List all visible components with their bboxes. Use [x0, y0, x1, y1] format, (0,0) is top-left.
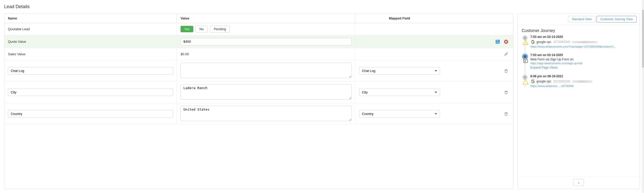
trash-icon: [504, 112, 508, 116]
yes-button[interactable]: Yes: [181, 26, 193, 32]
chat-log-value-input[interactable]: [181, 63, 352, 78]
chat-log-mapped-select[interactable]: Chat Log City Country Name: [359, 67, 440, 74]
svg-rect-9: [505, 92, 507, 94]
save-button[interactable]: [494, 38, 501, 45]
delete-country-button[interactable]: [503, 111, 509, 117]
svg-rect-3: [497, 42, 497, 43]
table-row: Sales Value $0.00: [4, 48, 513, 60]
event-timestamp: 7:03 am on 02-14-2020: [530, 53, 636, 57]
city-mapped-select[interactable]: Chat Log City Country Name: [359, 89, 440, 96]
event-url-3[interactable]: https://www.whatconv... -26730945: [530, 84, 617, 88]
field-label-sales: Sales Value: [8, 52, 25, 56]
col-mapped: Mapped Field: [355, 14, 444, 23]
svg-rect-17: [523, 59, 528, 63]
quote-value-input[interactable]: [181, 38, 352, 45]
delete-chat-log-button[interactable]: [503, 68, 509, 74]
table-row: Chat Log City Country Name: [4, 60, 513, 82]
country-mapped-select[interactable]: Chat Log City Country Name: [359, 110, 440, 117]
journey-panel: Standard View Customer Journey View Cust…: [517, 14, 640, 189]
google-logo-icon-2: [530, 79, 535, 84]
svg-rect-11: [505, 113, 507, 115]
col-name: Name: [4, 14, 177, 23]
trash-icon: [504, 90, 508, 95]
event-source: google cpc 2373383340: [536, 40, 598, 44]
google-logo-icon: [530, 39, 535, 45]
event-timestamp: 7:03 am on 02-14-2020: [530, 35, 636, 39]
country-value-input[interactable]: United States: [181, 106, 352, 121]
trash-icon: [504, 69, 508, 73]
edit-sales-button[interactable]: [503, 51, 509, 57]
event-source-3: google cpc 2013094190: [536, 80, 592, 83]
chat-log-name-input[interactable]: [8, 67, 173, 74]
timeline-dot: [523, 76, 527, 79]
scroll-down-button[interactable]: ↓: [573, 179, 584, 186]
field-label-quotable: Quotable Lead: [8, 27, 30, 31]
journey-scroll[interactable]: 7:03 am on 02-14-2020: [518, 35, 640, 176]
event-url[interactable]: https://app.whatconverts.com/sign-up-tri…: [530, 62, 617, 65]
svg-marker-22: [523, 80, 528, 84]
list-item: 7:03 am on 02-14-2020: [529, 35, 636, 48]
timeline: 7:03 am on 02-14-2020: [522, 35, 636, 88]
table-row: Ladera Ranch Chat Log City Country Name: [4, 82, 513, 103]
expand-page-views-link[interactable]: Expand Page Views: [530, 66, 558, 69]
journey-footer: ↓: [518, 176, 640, 189]
event-url[interactable]: https://www.whatconverts.com/?campaign=2…: [530, 45, 617, 48]
sales-value: $0.00: [181, 52, 189, 56]
list-item: 8:06 pm on 08-19-2021: [529, 74, 636, 88]
pending-button[interactable]: Pending: [210, 26, 230, 33]
google-ads-icon: [523, 40, 528, 46]
cancel-edit-button[interactable]: [503, 38, 509, 45]
google-ads-icon-2: [523, 79, 528, 85]
tab-customer-journey-view[interactable]: Customer Journey View: [597, 16, 637, 23]
no-button[interactable]: No: [196, 26, 208, 33]
svg-rect-1: [496, 40, 498, 41]
tab-standard-view[interactable]: Standard View: [568, 16, 595, 23]
table-row: Quotable Lead Yes No Pending: [4, 23, 513, 35]
event-timestamp: 8:06 pm on 08-19-2021: [530, 74, 636, 78]
journey-content: Customer Journey: [518, 25, 640, 189]
svg-rect-2: [496, 42, 499, 44]
col-value: Value: [177, 14, 355, 23]
city-value-input[interactable]: Ladera Ranch: [181, 84, 352, 100]
city-name-input[interactable]: [8, 89, 173, 96]
page-title: Lead Details: [4, 4, 640, 9]
save-icon: [495, 39, 500, 44]
delete-city-button[interactable]: [503, 89, 509, 96]
webform-icon: [523, 58, 528, 64]
field-label-quote: Quote Value: [8, 40, 26, 44]
edit-icon: [504, 52, 508, 56]
journey-title: Customer Journey: [518, 25, 640, 35]
journey-tabs: Standard View Customer Journey View: [518, 14, 640, 25]
table-row: Quote Value: [4, 35, 513, 48]
table-row: United States Chat Log City Country Name: [4, 103, 513, 125]
country-name-input[interactable]: [8, 110, 173, 117]
timeline-dot: [523, 36, 527, 40]
list-item: 7:03 am on 02-14-2020 Web Form via Sign …: [529, 53, 636, 69]
svg-rect-7: [505, 70, 507, 72]
cancel-icon: [504, 39, 508, 44]
lead-details-table: Name Value Mapped Field Quotable Lead Ye…: [4, 14, 513, 189]
event-source: Web Form via Sign Up Form on: [530, 58, 574, 61]
